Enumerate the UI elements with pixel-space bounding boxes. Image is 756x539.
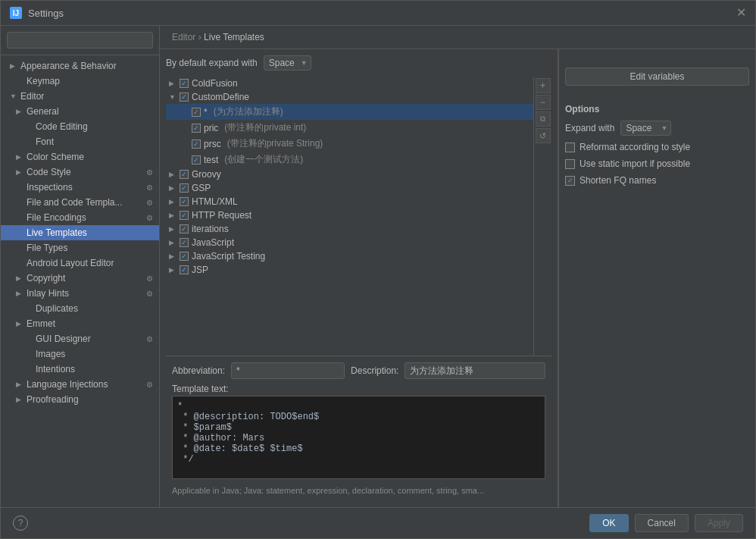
sidebar-item-gui-designer[interactable]: GUI Designer ⚙ [1,331,159,346]
group-checkbox[interactable] [180,197,189,206]
item-checkbox[interactable] [192,108,201,117]
group-checkbox[interactable] [180,211,189,220]
sidebar-item-android-layout[interactable]: Android Layout Editor [1,255,159,271]
template-item-test[interactable]: test (创建一个测试方法) [166,152,533,168]
app-icon: IJ [10,7,22,19]
template-item-pric[interactable]: pric (带注释的private int) [166,120,533,136]
template-textarea[interactable]: * * @description: TODO$end$ * $param$ * … [172,396,545,479]
sidebar-item-font[interactable]: Font [1,134,159,149]
template-item-prsc[interactable]: prsc (带注释的private String) [166,136,533,152]
sidebar-item-copyright[interactable]: ▶ Copyright ⚙ [1,271,159,286]
arrow-icon: ▶ [169,171,177,178]
search-input[interactable] [7,32,153,49]
item-desc: (为方法添加注释) [214,105,283,118]
group-checkbox[interactable] [180,183,189,193]
apply-button[interactable]: Apply [695,514,743,532]
template-group-javascript[interactable]: ▶ JavaScript [166,236,533,249]
footer: ? OK Cancel Apply [1,507,755,538]
title-bar-left: IJ Settings [10,7,64,19]
template-list[interactable]: ▶ ColdFusion ▼ CustomDefine [166,77,533,356]
group-checkbox[interactable] [180,252,189,261]
reformat-checkbox[interactable] [565,143,575,152]
bottom-section: Abbreviation: Description: Template text… [166,356,551,501]
arrow-icon: ▶ [169,252,177,260]
template-group-http-request[interactable]: ▶ HTTP Request [166,208,533,222]
template-group-coldfusion[interactable]: ▶ ColdFusion [166,77,533,90]
edit-variables-button[interactable]: Edit variables [565,67,749,86]
sidebar-item-inspections[interactable]: Inspections ⚙ [1,180,159,195]
expand-with-row: Expand with Space Tab Enter Default ▼ [565,121,749,136]
sidebar-item-intentions[interactable]: Intentions [1,362,159,377]
arrow-icon: ▶ [16,290,23,297]
group-checkbox[interactable] [180,92,189,102]
description-input[interactable] [405,362,545,379]
option-reformat-row[interactable]: Reformat according to style [565,142,749,152]
remove-button[interactable]: − [536,95,551,110]
template-group-jsp[interactable]: ▶ JSP [166,263,533,277]
sidebar-item-file-encodings[interactable]: File Encodings ⚙ [1,210,159,225]
sidebar-item-file-code-templates[interactable]: File and Code Templa... ⚙ [1,195,159,210]
sidebar-item-language-injections[interactable]: ▶ Language Injections ⚙ [1,377,159,392]
arrow-icon: ▶ [169,198,177,205]
expand-with-select2[interactable]: Space Tab Enter Default [620,121,671,136]
copy-button[interactable]: ⧉ [536,111,551,127]
template-item-asterisk[interactable]: * (为方法添加注释) [166,104,533,120]
item-checkbox[interactable] [192,124,201,133]
option-static-import-row[interactable]: Use static import if possible [565,158,749,169]
sidebar-item-duplicates[interactable]: Duplicates [1,301,159,316]
group-checkbox[interactable] [180,79,189,88]
sidebar-item-images[interactable]: Images [1,346,159,362]
group-checkbox[interactable] [180,224,189,233]
group-checkbox[interactable] [180,170,189,179]
template-group-html-xml[interactable]: ▶ HTML/XML [166,195,533,208]
add-button[interactable]: + [536,78,551,93]
static-import-checkbox[interactable] [565,159,575,169]
sidebar-item-live-templates[interactable]: Live Templates [1,225,159,240]
sidebar-item-appearance[interactable]: ▶ Appearance & Behavior [1,58,159,74]
sidebar-item-keymap[interactable]: Keymap [1,74,159,89]
ok-button[interactable]: OK [589,514,628,532]
settings-icon: ⚙ [146,290,153,298]
help-icon: ? [18,518,23,528]
reset-button[interactable]: ↺ [536,128,551,143]
sidebar-item-color-scheme[interactable]: ▶ Color Scheme [1,149,159,165]
arrow-icon: ▼ [10,92,17,100]
right-panel: Editor › Live Templates By default expan… [160,26,755,507]
template-group-iterations[interactable]: ▶ iterations [166,222,533,236]
sidebar-item-code-style[interactable]: ▶ Code Style ⚙ [1,165,159,180]
search-box: 🔍 [1,26,159,55]
group-checkbox[interactable] [180,265,189,274]
sidebar-item-label: Proofreading [27,394,79,405]
breadcrumb-part-editor: Editor [172,32,195,42]
expand-row: By default expand with Space Tab Enter ▼ [166,55,551,71]
breadcrumb: Editor › Live Templates [160,26,755,49]
description-label: Description: [351,365,398,376]
sidebar-item-general[interactable]: ▶ General [1,104,159,119]
template-text-label: Template text: [172,384,545,394]
settings-icon: ⚙ [146,381,153,389]
sidebar-item-file-types[interactable]: File Types [1,240,159,255]
item-checkbox[interactable] [192,139,201,149]
item-name: * [204,107,208,118]
close-button[interactable]: ✕ [736,7,746,19]
item-checkbox[interactable] [192,155,201,165]
template-group-customdefine[interactable]: ▼ CustomDefine [166,90,533,104]
expand-with-select[interactable]: Space Tab Enter [264,55,311,71]
template-group-gsp[interactable]: ▶ GSP [166,181,533,195]
sidebar-item-label: Android Layout Editor [27,258,114,268]
sidebar-item-proofreading[interactable]: ▶ Proofreading [1,392,159,407]
sidebar-item-emmet[interactable]: ▶ Emmet [1,316,159,331]
sidebar-item-code-editing[interactable]: Code Editing [1,119,159,134]
template-group-javascript-testing[interactable]: ▶ JavaScript Testing [166,249,533,263]
template-group-groovy[interactable]: ▶ Groovy [166,168,533,181]
sidebar-item-label: File and Code Templa... [27,197,123,208]
group-checkbox[interactable] [180,238,189,247]
sidebar-item-editor[interactable]: ▼ Editor [1,89,159,104]
abbreviation-input[interactable] [231,362,345,379]
cancel-button[interactable]: Cancel [635,514,689,532]
help-button[interactable]: ? [13,515,28,531]
shorten-fq-checkbox[interactable] [565,176,575,186]
sidebar-item-inlay-hints[interactable]: ▶ Inlay Hints ⚙ [1,286,159,301]
arrow-icon: ▶ [16,153,23,161]
option-shorten-fq-row[interactable]: Shorten FQ names [565,175,749,186]
